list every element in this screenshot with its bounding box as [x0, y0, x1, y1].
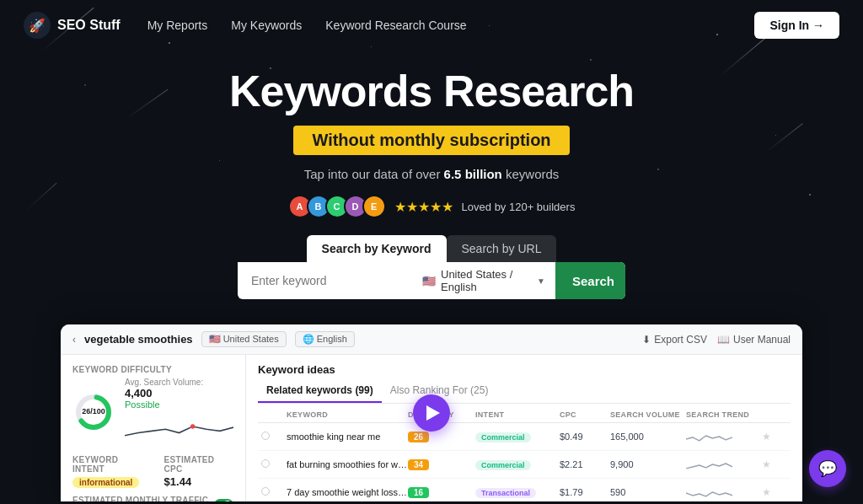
row-intent: Commercial	[475, 459, 560, 470]
tab-keyword[interactable]: Search by Keyword	[307, 235, 447, 262]
nav-links: My Reports My Keywords Keyword Research …	[147, 18, 467, 33]
row-keyword: fat burning smoothies for weight loss	[287, 459, 408, 469]
row-difficulty: 26	[408, 432, 475, 442]
traffic-section: Estimated Monthly Traffic Volume 1: 1,01…	[72, 496, 233, 501]
nav-my-keywords[interactable]: My Keywords	[231, 19, 302, 32]
difficulty-label: Keyword Difficulty	[72, 365, 233, 374]
row-radio[interactable]	[261, 459, 287, 469]
row-volume: 590	[610, 487, 686, 497]
possible-badge: Possible	[125, 399, 233, 410]
dash-left-panel: Keyword Difficulty 26/100 Avg. Search Vo…	[61, 355, 246, 501]
difficulty-value: 26/100	[82, 408, 105, 416]
book-icon: 📖	[717, 334, 730, 346]
row-cpc: $1.79	[560, 487, 610, 497]
col-intent: INTENT	[475, 410, 560, 419]
table-header: KEYWORD DIFFICULTY INTENT CPC SEARCH VOL…	[258, 410, 791, 423]
navbar: 🚀 SEO Stuff My Reports My Keywords Keywo…	[0, 0, 863, 51]
flag-icon: 🇺🇸	[422, 275, 436, 287]
logo[interactable]: 🚀 SEO Stuff	[24, 12, 121, 39]
difficulty-donut: 26/100	[72, 391, 115, 433]
search-input[interactable]	[238, 274, 412, 287]
table-row[interactable]: 7 day smoothie weight loss diet plan pdf…	[258, 479, 791, 501]
table-row[interactable]: smoothie king near me 26 Commercial $0.4…	[258, 423, 791, 451]
social-proof: A B C D E ★★★★★ Loved by 120+ builders	[17, 195, 846, 218]
avg-volume-label: Avg. Search Volume:	[125, 378, 233, 387]
row-radio[interactable]	[261, 487, 287, 497]
chat-icon: 💬	[818, 459, 837, 478]
row-keyword: smoothie king near me	[287, 432, 408, 442]
hero-heading: Keywords Research	[17, 67, 846, 115]
tab-url[interactable]: Search by URL	[447, 235, 557, 262]
ki-intent-block: Keyword Intent informational	[72, 455, 151, 489]
col-volume: SEARCH VOLUME	[610, 410, 686, 419]
search-tabs: Search by Keyword Search by URL	[307, 235, 557, 262]
row-difficulty: 16	[408, 487, 475, 498]
tab-related-keywords[interactable]: Related keywords (99)	[258, 381, 382, 403]
ki-cpc-block: Estimated CPC $1.44	[164, 455, 233, 489]
search-button[interactable]: Search	[555, 262, 625, 299]
nav-keyword-course[interactable]: Keyword Research Course	[325, 19, 466, 32]
nav-left: 🚀 SEO Stuff My Reports My Keywords Keywo…	[24, 12, 467, 39]
chat-bubble[interactable]: 💬	[809, 450, 846, 487]
back-button[interactable]: ‹	[72, 334, 76, 346]
lang-selector[interactable]: 🇺🇸 United States / English ▼	[412, 268, 555, 293]
row-star[interactable]: ★	[762, 458, 787, 470]
dash-right-panel: Keyword ideas Related keywords (99) Also…	[246, 355, 802, 501]
ads-toggle[interactable]	[214, 499, 233, 501]
col-keyword: KEYWORD	[287, 410, 408, 419]
difficulty-row: 26/100 Avg. Search Volume: 4,400 Possibl…	[72, 378, 233, 447]
nav-my-reports[interactable]: My Reports	[147, 19, 208, 32]
intent-badge: informational	[72, 477, 139, 488]
tag-lang: 🌐 English	[295, 331, 355, 347]
row-trend	[686, 454, 762, 475]
hero-section: Keywords Research Without monthly subscr…	[0, 51, 863, 218]
sign-in-button[interactable]: Sign In →	[754, 12, 839, 39]
hero-badge: Without monthly subscription	[293, 126, 569, 155]
keyword-intent-row: Keyword Intent informational Estimated C…	[72, 455, 233, 489]
logo-icon: 🚀	[24, 12, 51, 39]
avatar: E	[362, 195, 386, 218]
row-trend	[686, 426, 762, 447]
search-section: Search by Keyword Search by URL 🇺🇸 Unite…	[0, 235, 863, 299]
row-difficulty: 34	[408, 459, 475, 470]
hero-highlight: 6.5 billion	[444, 167, 502, 181]
ideas-tabs: Related keywords (99) Also Ranking For (…	[258, 381, 791, 404]
cpc-value: $1.44	[164, 475, 233, 488]
avg-volume-value: 4,400	[125, 387, 233, 399]
lang-text: United States / English	[441, 268, 530, 293]
play-icon	[426, 405, 440, 421]
dashboard-preview: ‹ vegetable smoothies 🇺🇸 United States 🌐…	[61, 324, 802, 501]
loved-by-text: Loved by 120+ builders	[462, 201, 576, 213]
dash-topbar: ‹ vegetable smoothies 🇺🇸 United States 🌐…	[61, 324, 802, 355]
row-star[interactable]: ★	[762, 486, 787, 498]
svg-point-2	[190, 425, 195, 429]
hero-subtext: Tap into our data of over 6.5 billion ke…	[17, 167, 846, 181]
dash-keyword: vegetable smoothies	[84, 333, 193, 346]
user-manual-button[interactable]: 📖 User Manual	[717, 334, 791, 346]
table-body: smoothie king near me 26 Commercial $0.4…	[258, 423, 791, 501]
row-intent: Commercial	[475, 432, 560, 442]
star-rating: ★★★★★	[394, 199, 453, 215]
row-star[interactable]: ★	[762, 431, 787, 442]
col-trend: SEARCH TREND	[686, 410, 762, 419]
row-cpc: $2.21	[560, 459, 610, 469]
search-volume-chart	[125, 410, 233, 443]
row-cpc: $0.49	[560, 432, 610, 442]
download-icon: ⬇	[642, 334, 651, 346]
row-volume: 9,900	[610, 459, 686, 469]
keyword-ideas-title: Keyword ideas	[258, 363, 791, 376]
row-radio[interactable]	[261, 432, 287, 442]
tag-country: 🇺🇸 United States	[201, 331, 287, 347]
export-csv-button[interactable]: ⬇ Export CSV	[642, 334, 707, 346]
avatar-group: A B C D E	[288, 195, 386, 218]
row-trend	[686, 482, 762, 501]
row-volume: 165,000	[610, 432, 686, 442]
search-bar: 🇺🇸 United States / English ▼ Search	[238, 262, 625, 299]
row-intent: Transactional	[475, 487, 560, 498]
dash-topbar-right: ⬇ Export CSV 📖 User Manual	[642, 334, 791, 346]
chevron-down-icon: ▼	[537, 276, 545, 286]
table-row[interactable]: fat burning smoothies for weight loss 34…	[258, 451, 791, 479]
dash-topbar-left: ‹ vegetable smoothies 🇺🇸 United States 🌐…	[72, 331, 355, 347]
play-button[interactable]	[413, 394, 450, 432]
logo-text: SEO Stuff	[57, 18, 121, 33]
